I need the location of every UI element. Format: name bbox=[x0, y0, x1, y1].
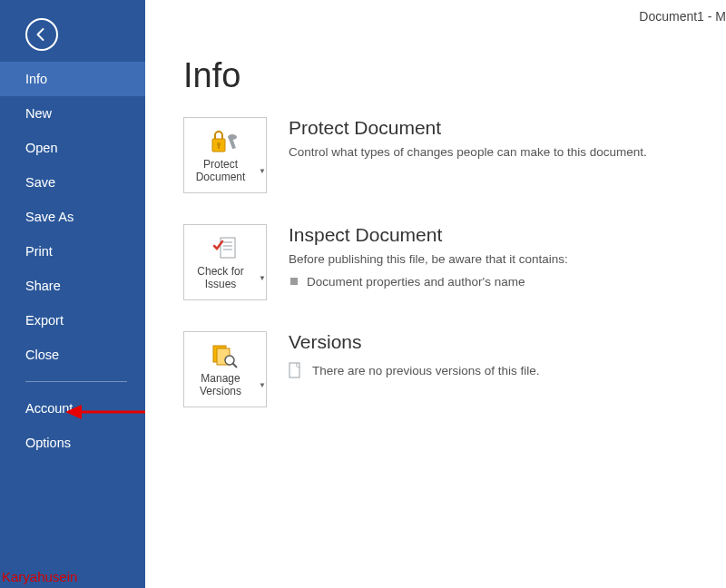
nav-list-bottom: Account Options bbox=[0, 391, 145, 460]
nav-list: Info New Open Save Save As Print Share E… bbox=[0, 62, 145, 372]
nav-item-export[interactable]: Export bbox=[0, 303, 145, 338]
nav-item-print[interactable]: Print bbox=[0, 234, 145, 269]
section-protect: Protect Document ▼ Protect Document Cont… bbox=[183, 117, 726, 193]
main-panel: Document1 - M Info Protect Document ▼ Pr… bbox=[145, 0, 726, 588]
chevron-down-icon: ▼ bbox=[259, 381, 266, 389]
document-icon bbox=[289, 362, 303, 378]
nav-item-save[interactable]: Save bbox=[0, 165, 145, 200]
back-button[interactable] bbox=[25, 18, 58, 51]
tile-label: Manage Versions bbox=[184, 373, 257, 398]
lock-key-icon bbox=[210, 126, 240, 157]
nav-item-share[interactable]: Share bbox=[0, 269, 145, 303]
inspect-heading: Inspect Document bbox=[289, 224, 568, 246]
checklist-icon bbox=[210, 233, 240, 264]
document-title: Document1 - M bbox=[639, 9, 726, 24]
tile-label: Protect Document bbox=[184, 159, 257, 184]
nav-item-close[interactable]: Close bbox=[0, 338, 145, 372]
protect-document-button[interactable]: Protect Document ▼ bbox=[183, 117, 267, 193]
nav-item-options[interactable]: Options bbox=[0, 426, 145, 460]
chevron-down-icon: ▼ bbox=[259, 167, 266, 175]
section-versions: Manage Versions ▼ Versions There are no … bbox=[183, 331, 726, 407]
section-inspect: Check for Issues ▼ Inspect Document Befo… bbox=[183, 224, 726, 300]
versions-icon bbox=[210, 340, 240, 371]
watermark: Karyahusein bbox=[2, 569, 77, 584]
check-for-issues-button[interactable]: Check for Issues ▼ bbox=[183, 224, 267, 300]
inspect-desc: Before publishing this file, be aware th… bbox=[289, 251, 568, 269]
issue-item: Document properties and author's name bbox=[289, 272, 568, 292]
chevron-down-icon: ▼ bbox=[259, 274, 266, 282]
issue-list: Document properties and author's name bbox=[289, 272, 568, 292]
manage-versions-button[interactable]: Manage Versions ▼ bbox=[183, 331, 267, 407]
versions-desc: There are no previous versions of this f… bbox=[312, 364, 540, 377]
backstage-sidebar: Info New Open Save Save As Print Share E… bbox=[0, 0, 145, 588]
nav-divider bbox=[25, 381, 127, 382]
svg-rect-4 bbox=[218, 145, 220, 149]
nav-item-account[interactable]: Account bbox=[0, 391, 145, 426]
tile-label: Check for Issues bbox=[184, 266, 257, 291]
versions-heading: Versions bbox=[289, 331, 540, 353]
nav-item-save-as[interactable]: Save As bbox=[0, 200, 145, 234]
nav-item-open[interactable]: Open bbox=[0, 131, 145, 165]
nav-item-new[interactable]: New bbox=[0, 96, 145, 131]
arrow-left-icon bbox=[34, 26, 50, 43]
svg-rect-6 bbox=[229, 138, 236, 150]
protect-desc: Control what types of changes people can… bbox=[289, 144, 647, 162]
nav-item-info[interactable]: Info bbox=[0, 62, 145, 96]
svg-line-14 bbox=[232, 363, 237, 368]
protect-heading: Protect Document bbox=[289, 117, 647, 139]
page-title: Info bbox=[183, 56, 726, 95]
